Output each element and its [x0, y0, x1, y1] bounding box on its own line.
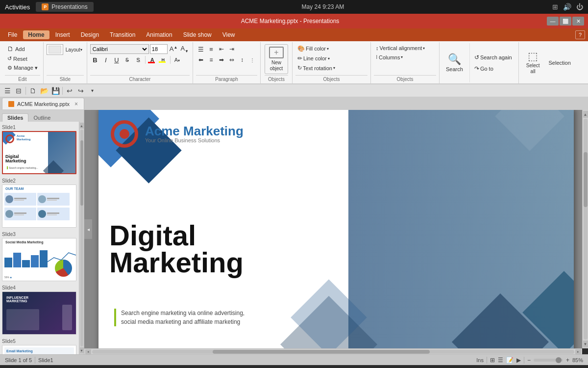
align-right-button[interactable]: ➡ — [217, 55, 226, 65]
toolbar-redo-btn[interactable]: ↪ — [75, 86, 86, 96]
numbered-list-button[interactable]: ≡ — [206, 44, 216, 54]
canvas-scroll-left[interactable]: ◂ — [84, 219, 92, 239]
grow-font-button[interactable]: A▲ — [169, 45, 179, 53]
menu-insert[interactable]: Insert — [50, 30, 75, 39]
toolbar-save-btn[interactable]: 💾 — [50, 86, 61, 96]
app-icon: P — [42, 3, 49, 10]
toolbar-new-btn[interactable]: 🗋 — [27, 86, 38, 96]
align-left-button[interactable]: ⬅ — [196, 55, 206, 65]
add-slide-button[interactable]: 🗋 Add — [5, 44, 40, 53]
character-group-label: Character — [90, 75, 190, 82]
slide-canvas: Acme Marketing Your Online Business Solu… — [98, 110, 574, 348]
zoom-out-btn[interactable]: − — [527, 357, 531, 364]
doc-tab-close[interactable]: × — [74, 101, 78, 107]
document-tab[interactable]: ACME Marketing.pptx × — [2, 98, 84, 109]
slides-tab[interactable]: Slides — [2, 113, 28, 122]
slide-count: Slide 1 of 5 — [5, 357, 32, 363]
view-notes-btn[interactable]: 📝 — [506, 357, 514, 364]
justify-button[interactable]: ⇔ — [227, 55, 237, 65]
manage-button[interactable]: ⚙ Manage ▾ — [5, 64, 40, 72]
goto-button[interactable]: ↷ Go to — [472, 64, 514, 74]
menu-animation[interactable]: Animation — [141, 30, 177, 39]
canvas-scroll-up[interactable]: ▲ — [583, 111, 588, 118]
search-button[interactable]: 🔍 Search — [442, 52, 466, 75]
line-spacing-button[interactable]: ↕ — [237, 55, 247, 65]
slide-thumb-4[interactable]: Slide4 INFLUENCERMARKETING — [2, 285, 82, 335]
scroll-up-btn[interactable]: ▲ — [80, 123, 84, 129]
paragraph-spacing-button[interactable]: ⋮ — [247, 55, 257, 65]
app-taskbar-tab[interactable]: P Presentations — [36, 2, 93, 12]
zoom-in-btn[interactable]: + — [566, 357, 569, 364]
font-color-button[interactable]: A — [147, 55, 157, 65]
slide-thumb-3[interactable]: Slide3 Social Media Marketing — [2, 232, 82, 281]
search-again-button[interactable]: ↺ Search again — [472, 53, 514, 62]
paragraph-group-label: Paragraph — [196, 75, 257, 82]
insert-mode: Ins — [476, 357, 484, 363]
menu-view[interactable]: View — [218, 30, 240, 39]
toolbar-view-btn[interactable]: ⊟ — [13, 86, 24, 96]
font-size-input[interactable] — [150, 44, 168, 54]
view-normal-btn[interactable]: ⊞ — [490, 357, 495, 364]
indent-more-button[interactable]: ⇥ — [227, 44, 237, 54]
help-button[interactable]: ? — [575, 30, 585, 39]
underline-button[interactable]: U — [112, 55, 122, 65]
toolbar-undo-btn[interactable]: ↩ — [64, 86, 75, 96]
objects-extra-label: Objects — [374, 75, 436, 82]
system-datetime: May 24 9:23 AM — [301, 3, 344, 10]
view-slideshow-btn[interactable]: ▶ — [516, 357, 521, 364]
hscroll-left-btn[interactable]: ◂ — [85, 349, 91, 354]
slide-thumb-5[interactable]: Slide5 Email Marketing — [2, 339, 82, 354]
company-name: Acme Marketing — [145, 125, 244, 137]
fill-color-button[interactable]: 🎨 Fill color ▾ — [295, 44, 331, 53]
hscroll-right-btn[interactable]: ▸ — [575, 349, 581, 354]
menu-home[interactable]: Home — [23, 30, 49, 39]
vertical-alignment-button[interactable]: ↕ Vertical alignment ▾ — [374, 44, 436, 52]
menu-slideshow[interactable]: Slide show — [178, 30, 217, 39]
align-center-button[interactable]: ≡ — [206, 55, 216, 65]
selection-button[interactable]: Selection — [546, 58, 573, 67]
slides-scrollbar[interactable]: ▲ ▼ — [79, 122, 84, 354]
menu-design[interactable]: Design — [76, 30, 104, 39]
menu-file[interactable]: File — [3, 30, 22, 39]
toolbar-more-btn[interactable]: ▾ — [87, 86, 98, 96]
line-color-button[interactable]: ✏ Line color ▾ — [295, 54, 332, 63]
highlight-button[interactable]: H — [158, 55, 168, 65]
menu-transition[interactable]: Transition — [105, 30, 140, 39]
view-outline-btn[interactable]: ☰ — [498, 357, 503, 364]
maximize-button[interactable]: ⬜ — [560, 17, 571, 26]
char-spacing-button[interactable]: A▾ — [172, 56, 182, 64]
scroll-down-btn[interactable]: ▼ — [80, 347, 84, 353]
toolbar-menu-icon[interactable]: ☰ — [2, 86, 13, 96]
layout-button[interactable]: Layout ▾ — [64, 47, 84, 53]
canvas-scroll-down[interactable]: ▼ — [583, 341, 588, 347]
slide-thumb-2[interactable]: Slide2 OUR TEAM — [2, 178, 82, 228]
bullet-list-button[interactable]: ☰ — [196, 44, 206, 54]
canvas-vscroll[interactable]: ▲ ▼ — [582, 110, 588, 348]
slide-description: Search engine marketing via online adver… — [114, 309, 246, 326]
add-icon: 🗋 — [7, 45, 14, 53]
minimize-button[interactable]: — — [547, 17, 559, 26]
new-object-button[interactable]: + Newobject — [265, 44, 288, 74]
canvas-area: ◂ — [84, 110, 588, 348]
toolbar-open-btn[interactable]: 📂 — [39, 86, 49, 96]
close-button[interactable]: ✕ — [572, 17, 584, 26]
shrink-font-button[interactable]: A▼ — [179, 44, 190, 54]
activities-button[interactable]: Activities — [5, 3, 30, 11]
columns-button[interactable]: ⁞ Columns ▾ — [374, 53, 436, 61]
shadow-button[interactable]: S — [133, 55, 143, 65]
manage-icon: ⚙ — [7, 65, 12, 71]
strikethrough-button[interactable]: S̶ — [122, 55, 132, 65]
slide-thumb-1[interactable]: Slide1 AcmeMarketing DigitalMarketing Se… — [2, 125, 82, 174]
bold-button[interactable]: B — [90, 55, 100, 65]
select-all-button[interactable]: ⬚ Selectall — [523, 49, 543, 77]
power-icon[interactable]: ⏻ — [576, 3, 583, 11]
zoom-slider[interactable] — [534, 359, 563, 362]
slide-main-title: Digital Marketing — [109, 222, 244, 276]
italic-button[interactable]: I — [101, 55, 111, 65]
text-rotation-button[interactable]: ↻ Text rotation ▾ — [295, 64, 337, 72]
font-selector[interactable]: Calibri — [90, 44, 149, 54]
outline-tab[interactable]: Outline — [28, 114, 55, 122]
reset-button[interactable]: ↺ Reset — [5, 54, 40, 63]
doc-tab-icon — [8, 101, 14, 107]
indent-less-button[interactable]: ⇤ — [217, 44, 226, 54]
